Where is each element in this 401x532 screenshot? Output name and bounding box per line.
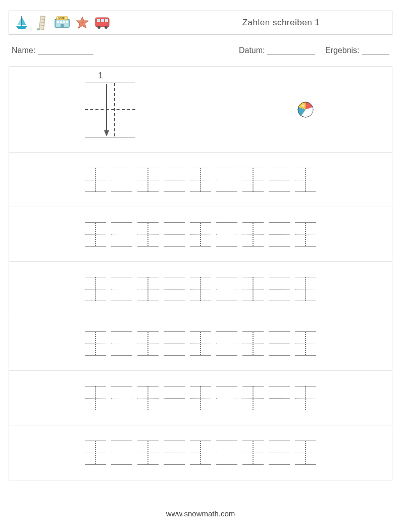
svg-rect-12 xyxy=(66,21,68,23)
trace-cell[interactable] xyxy=(190,168,211,192)
svg-point-25 xyxy=(302,105,305,107)
stroke-label: 1 xyxy=(98,71,103,81)
blank-cell[interactable] xyxy=(269,386,290,410)
name-blank[interactable] xyxy=(38,47,93,55)
name-label: Name: xyxy=(12,46,35,55)
blank-cell[interactable] xyxy=(164,222,185,247)
blank-cell[interactable] xyxy=(216,441,237,465)
svg-point-14 xyxy=(82,22,83,23)
trace-cell[interactable] xyxy=(242,331,264,356)
leaning-tower-icon xyxy=(33,14,51,31)
svg-rect-11 xyxy=(63,21,65,23)
trace-cell[interactable] xyxy=(295,331,316,356)
blank-cell[interactable] xyxy=(111,331,132,356)
blank-cell[interactable] xyxy=(164,386,185,410)
blank-cell[interactable] xyxy=(164,331,185,356)
svg-point-20 xyxy=(105,26,108,29)
trace-cell[interactable] xyxy=(137,441,159,465)
svg-point-19 xyxy=(97,26,101,29)
trace-cell[interactable] xyxy=(137,277,159,301)
result-label: Ergebnis: xyxy=(325,46,360,55)
number-demo: 1 xyxy=(85,82,135,137)
trace-cell[interactable] xyxy=(295,277,316,301)
trace-cell[interactable] xyxy=(295,441,316,465)
blank-cell[interactable] xyxy=(216,222,237,247)
trace-cell[interactable] xyxy=(295,168,316,192)
worksheet-box: 1 xyxy=(9,66,392,480)
trace-cell[interactable] xyxy=(85,222,106,247)
beach-ball-icon xyxy=(297,101,314,118)
trace-cell[interactable] xyxy=(85,386,106,410)
svg-rect-17 xyxy=(101,19,104,22)
header-bar: HOTEL Zahlen schre xyxy=(9,11,392,35)
svg-rect-16 xyxy=(97,19,100,22)
svg-rect-13 xyxy=(61,24,64,27)
trace-cell[interactable] xyxy=(242,277,264,301)
blank-cell[interactable] xyxy=(164,277,185,301)
blank-cell[interactable] xyxy=(164,441,185,465)
sailboat-icon xyxy=(13,14,30,31)
blank-cell[interactable] xyxy=(216,277,237,301)
practice-row xyxy=(9,262,392,316)
trace-cell[interactable] xyxy=(85,168,106,192)
hotel-icon: HOTEL xyxy=(54,14,71,31)
svg-rect-1 xyxy=(39,16,45,30)
trace-cell[interactable] xyxy=(242,222,264,247)
worksheet-title: Zahlen schreiben 1 xyxy=(201,18,362,28)
bus-icon xyxy=(94,14,111,31)
svg-rect-9 xyxy=(57,21,59,23)
date-label: Datum: xyxy=(239,46,265,55)
trace-cell[interactable] xyxy=(190,331,211,356)
name-field: Name: xyxy=(12,46,239,55)
blank-cell[interactable] xyxy=(269,222,290,247)
blank-cell[interactable] xyxy=(164,168,185,192)
trace-cell[interactable] xyxy=(295,386,316,410)
practice-row xyxy=(9,207,392,262)
demo-row: 1 xyxy=(9,67,392,153)
blank-cell[interactable] xyxy=(269,441,290,465)
date-blank[interactable] xyxy=(267,47,315,55)
svg-marker-22 xyxy=(104,130,109,136)
trace-cell[interactable] xyxy=(190,441,211,465)
stroke-arrow-icon xyxy=(103,83,110,136)
footer-url: www.snowmath.com xyxy=(0,509,401,518)
trace-cell[interactable] xyxy=(85,331,106,356)
trace-cell[interactable] xyxy=(85,277,106,301)
practice-row xyxy=(9,425,392,480)
result-blank[interactable] xyxy=(362,47,389,55)
trace-cell[interactable] xyxy=(190,277,211,301)
date-field: Datum: xyxy=(239,46,315,55)
blank-cell[interactable] xyxy=(111,386,132,410)
starfish-icon xyxy=(74,14,91,31)
svg-rect-10 xyxy=(60,21,62,23)
svg-rect-18 xyxy=(105,19,108,22)
blank-cell[interactable] xyxy=(216,168,237,192)
blank-cell[interactable] xyxy=(111,441,132,465)
blank-cell[interactable] xyxy=(111,222,132,247)
trace-cell[interactable] xyxy=(242,168,264,192)
trace-cell[interactable] xyxy=(242,441,264,465)
trace-cell[interactable] xyxy=(295,222,316,247)
trace-cell[interactable] xyxy=(190,386,211,410)
svg-point-5 xyxy=(37,28,40,30)
trace-cell[interactable] xyxy=(85,441,106,465)
practice-row xyxy=(9,371,392,425)
practice-row xyxy=(9,153,392,207)
header-icons: HOTEL xyxy=(13,14,111,31)
blank-cell[interactable] xyxy=(269,331,290,356)
trace-cell[interactable] xyxy=(137,331,159,356)
info-row: Name: Datum: Ergebnis: xyxy=(9,46,392,55)
blank-cell[interactable] xyxy=(216,386,237,410)
result-field: Ergebnis: xyxy=(325,46,389,55)
blank-cell[interactable] xyxy=(111,277,132,301)
blank-cell[interactable] xyxy=(216,331,237,356)
blank-cell[interactable] xyxy=(269,277,290,301)
blank-cell[interactable] xyxy=(269,168,290,192)
trace-cell[interactable] xyxy=(137,168,159,192)
practice-row xyxy=(9,316,392,371)
trace-cell[interactable] xyxy=(137,386,159,410)
trace-cell[interactable] xyxy=(137,222,159,247)
blank-cell[interactable] xyxy=(111,168,132,192)
trace-cell[interactable] xyxy=(242,386,264,410)
trace-cell[interactable] xyxy=(190,222,211,247)
